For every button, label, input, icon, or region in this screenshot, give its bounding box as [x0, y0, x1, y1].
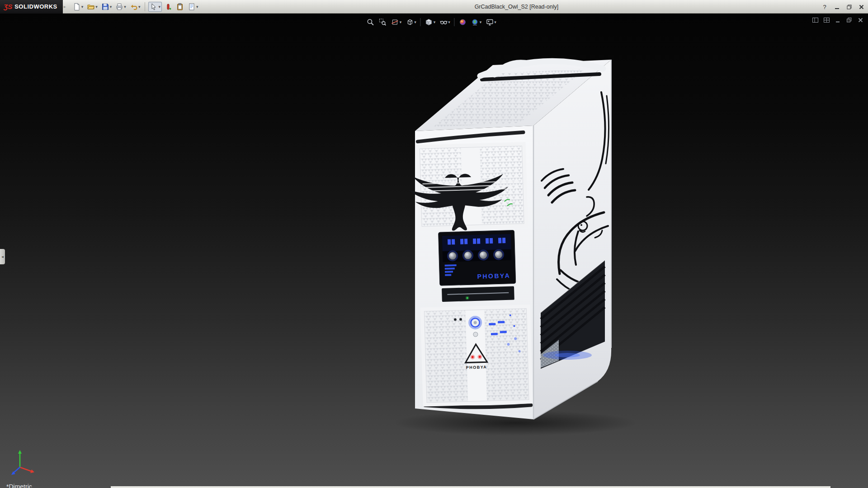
zoom-to-area-icon	[379, 18, 387, 26]
new-document-button[interactable]: ▾	[71, 2, 85, 12]
view-settings-icon	[486, 18, 494, 26]
view-orientation-button[interactable]: ▾	[404, 17, 418, 28]
model-canvas[interactable]: PHOBYA	[0, 14, 868, 488]
lcd-fan-controller[interactable]: PHOBYA	[439, 230, 516, 286]
dropdown-caret[interactable]: ▾	[95, 5, 98, 9]
view-settings-button[interactable]: ▾	[484, 17, 498, 28]
dropdown-caret[interactable]: ▾	[138, 5, 141, 9]
dropdown-caret[interactable]: ▾	[110, 5, 112, 9]
brand-name: SOLIDWORKS	[14, 3, 57, 10]
select-cursor-button[interactable]: ▾	[148, 2, 162, 12]
document-options-icon	[188, 3, 196, 11]
undo-icon	[130, 3, 138, 11]
dropdown-caret[interactable]: ▾	[196, 5, 198, 9]
red-marker-icon	[164, 3, 172, 11]
display-style-button[interactable]: ▾	[424, 17, 437, 28]
select-cursor-icon	[150, 3, 158, 11]
reset-button[interactable]	[473, 332, 478, 337]
tile-grid-button[interactable]	[823, 16, 830, 24]
view-orientation-icon	[406, 18, 414, 26]
solidworks-logo: ƷS SOLIDWORKS	[0, 0, 63, 14]
dvd-drive[interactable]	[442, 286, 514, 302]
section-view-icon	[391, 18, 399, 26]
dropdown-caret[interactable]: ▾	[480, 20, 482, 24]
minimize-doc-icon	[835, 17, 841, 23]
taskbar-sliver	[111, 486, 830, 488]
close-doc-button[interactable]	[857, 16, 864, 24]
document-window-controls	[811, 16, 864, 24]
help-button[interactable]: ?	[821, 3, 829, 11]
dropdown-caret[interactable]: ▾	[434, 20, 436, 24]
menu-expand-arrow-icon[interactable]: ▸	[64, 4, 66, 9]
tile-pane-button[interactable]	[811, 16, 819, 24]
zoom-to-area-button[interactable]	[377, 17, 388, 28]
apply-scene-icon	[471, 18, 479, 26]
dropdown-caret[interactable]: ▾	[414, 20, 416, 24]
restore-doc-icon	[846, 17, 853, 23]
print-icon	[115, 3, 123, 11]
pc-case[interactable]: PHOBYA	[407, 60, 612, 419]
tile-grid-icon	[823, 17, 830, 23]
reference-triad	[11, 450, 34, 475]
open-button[interactable]: ▾	[85, 2, 99, 12]
restore-button[interactable]	[845, 3, 853, 11]
red-marker-button[interactable]	[163, 2, 174, 12]
toolbar-separator	[145, 2, 145, 11]
print-button[interactable]: ▾	[114, 2, 127, 12]
dropdown-caret[interactable]: ▾	[448, 20, 450, 24]
restore-icon	[846, 4, 852, 10]
new-document-icon	[73, 3, 81, 11]
undo-button[interactable]: ▾	[128, 2, 142, 12]
clipboard-icon	[176, 3, 184, 11]
toolbar-separator	[454, 18, 455, 26]
dropdown-caret[interactable]: ▾	[400, 20, 402, 24]
section-view-button[interactable]: ▾	[390, 17, 403, 28]
close-icon	[859, 4, 864, 10]
window-title: GrCadBlack_Owl_S2 [Read-only]	[475, 0, 559, 14]
lcd-brand-text: PHOBYA	[477, 272, 510, 280]
window-controls: ?	[821, 0, 865, 14]
edit-appearance-icon	[459, 18, 467, 26]
document-options-button[interactable]: ▾	[186, 2, 200, 12]
hide-show-items-icon	[439, 18, 448, 26]
open-folder-icon	[87, 3, 95, 11]
zoom-to-fit-button[interactable]	[365, 17, 376, 28]
save-button[interactable]: ▾	[100, 2, 113, 12]
dropdown-caret[interactable]: ▾	[81, 5, 84, 9]
save-icon	[101, 3, 109, 11]
headsup-view-toolbar: ▾ ▾ ▾ ▾	[363, 16, 500, 28]
display-style-icon	[425, 18, 433, 26]
dropdown-caret[interactable]: ▾	[494, 20, 496, 24]
edit-appearance-button[interactable]	[458, 17, 468, 28]
minimize-icon	[834, 4, 840, 10]
apply-scene-button[interactable]: ▾	[470, 17, 483, 28]
minimize-doc-button[interactable]	[834, 16, 842, 24]
restore-doc-button[interactable]	[845, 16, 853, 24]
collapse-arrow-icon: ◂	[1, 254, 4, 259]
close-doc-icon	[857, 17, 864, 23]
title-bar: ƷS SOLIDWORKS ▸ ▾ ▾ ▾	[0, 0, 868, 14]
tile-pane-icon	[812, 17, 819, 23]
close-button[interactable]	[857, 3, 865, 11]
dropdown-caret[interactable]: ▾	[158, 5, 160, 9]
view-orientation-label: *Dimetric	[6, 483, 32, 488]
feature-panel-collapse-tab[interactable]: ◂	[0, 249, 5, 264]
main-toolbar: ▾ ▾ ▾ ▾ ▾	[71, 2, 200, 12]
toolbar-separator	[420, 18, 421, 26]
zoom-to-fit-icon	[367, 18, 375, 26]
hide-show-items-button[interactable]: ▾	[438, 17, 452, 28]
dropdown-caret[interactable]: ▾	[124, 5, 126, 9]
graphics-viewport[interactable]: ▾ ▾ ▾ ▾	[0, 14, 868, 488]
front-logo-text: PHOBYA	[466, 365, 487, 370]
clipboard-button[interactable]	[175, 2, 185, 12]
minimize-button[interactable]	[833, 3, 841, 11]
3ds-logo-icon: ƷS	[4, 3, 12, 10]
